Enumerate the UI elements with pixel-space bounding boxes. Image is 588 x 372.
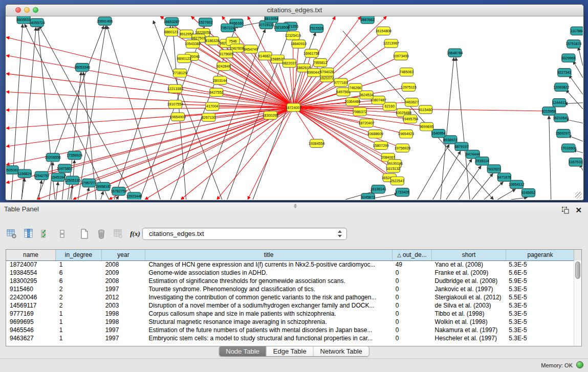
table-select-dropdown[interactable]: citations_edges.txt bbox=[142, 228, 347, 240]
graph-node[interactable]: 3175685 bbox=[219, 50, 233, 58]
column-header-short[interactable]: short bbox=[432, 250, 506, 260]
show-column-icon[interactable] bbox=[22, 227, 35, 240]
graph-node[interactable]: 2522547 bbox=[390, 177, 404, 185]
table-row[interactable]: 977716911998Corpus callosum shape and si… bbox=[6, 310, 574, 318]
graph-node[interactable]: 8860123 bbox=[164, 28, 178, 36]
graph-node[interactable]: 15807299 bbox=[373, 141, 389, 149]
graph-node[interactable]: 8938923 bbox=[443, 136, 457, 144]
new-column-icon[interactable] bbox=[78, 227, 91, 240]
graph-node[interactable]: 7515526 bbox=[310, 24, 323, 32]
graph-node[interactable]: 9245872 bbox=[361, 193, 375, 200]
tab-network-table[interactable]: Network Table bbox=[314, 346, 369, 356]
scrollbar-thumb[interactable] bbox=[575, 261, 580, 279]
graph-node[interactable]: 8427552 bbox=[209, 88, 223, 96]
graph-node[interactable]: 8454749 bbox=[244, 45, 257, 53]
vertical-scrollbar[interactable] bbox=[574, 260, 581, 346]
graph-node[interactable]: 1615132 bbox=[386, 164, 400, 172]
network-canvas[interactable]: 2405572420691406166532871527602946616010… bbox=[6, 16, 583, 200]
column-header-name[interactable]: name bbox=[6, 250, 56, 260]
graph-node[interactable]: 8215958 bbox=[542, 107, 556, 115]
graph-node[interactable]: 9699695 bbox=[420, 122, 433, 130]
graph-node[interactable]: 17359924 bbox=[67, 151, 82, 159]
graph-node[interactable]: 7485063 bbox=[400, 68, 413, 76]
table-row[interactable]: 1456911722003Disruption of a novel membe… bbox=[6, 301, 574, 310]
graph-node[interactable]: 12975115 bbox=[401, 83, 417, 91]
graph-node[interactable]: 9777169 bbox=[334, 78, 347, 86]
graph-node[interactable]: 9242848 bbox=[216, 62, 230, 71]
table-row[interactable]: 946554611997Estimation of the future num… bbox=[6, 326, 574, 334]
table-row[interactable]: 1872400712008Changes of HCN gene express… bbox=[6, 260, 574, 269]
table-row[interactable]: 1830029562008Estimation of significance … bbox=[6, 277, 574, 285]
graph-node[interactable]: 2718129 bbox=[173, 69, 187, 77]
column-header-pagerank[interactable]: pagerank bbox=[506, 250, 575, 260]
graph-node[interactable]: 2803144 bbox=[213, 76, 227, 84]
column-header-out-de-[interactable]: △out_de... bbox=[393, 250, 432, 260]
graph-node[interactable]: 16653287 bbox=[164, 17, 180, 26]
graph-node[interactable]: 1117884 bbox=[571, 27, 583, 35]
graph-node[interactable]: 1527602 bbox=[199, 18, 212, 26]
graph-node[interactable]: 8505061 bbox=[6, 166, 19, 174]
graph-node[interactable]: 20691406 bbox=[97, 17, 113, 25]
tab-node-table[interactable]: Node Table bbox=[219, 346, 267, 356]
graph-node[interactable]: 19495754 bbox=[402, 115, 418, 123]
graph-node[interactable]: 17957272 bbox=[81, 179, 97, 187]
graph-node[interactable]: 1156829 bbox=[18, 169, 32, 178]
graph-node[interactable]: 10973493 bbox=[393, 52, 409, 60]
graph-node[interactable]: 6794028 bbox=[320, 68, 334, 76]
graph-node[interactable]: 19756928 bbox=[395, 144, 410, 152]
column-header-year[interactable]: year bbox=[102, 250, 145, 260]
import-table-icon[interactable] bbox=[112, 227, 125, 240]
table-mode-icon[interactable] bbox=[5, 227, 18, 240]
column-header-title[interactable]: title bbox=[145, 250, 393, 260]
graph-node[interactable]: 746266 bbox=[349, 83, 362, 92]
select-all-icon[interactable] bbox=[39, 227, 52, 240]
graph-node[interactable]: 12505135 bbox=[64, 176, 80, 184]
graph-node[interactable]: 9463627 bbox=[405, 98, 419, 106]
graph-node[interactable]: 8813054 bbox=[265, 16, 278, 23]
graph-node[interactable]: 7632621 bbox=[487, 165, 501, 173]
graph-node[interactable]: 19218506 bbox=[274, 23, 290, 31]
graph-node[interactable]: 8605531 bbox=[16, 16, 30, 24]
graph-node[interactable]: 20206556 bbox=[45, 153, 61, 161]
graph-node[interactable]: 1640954 bbox=[431, 129, 445, 138]
graph-node[interactable]: 9329968 bbox=[561, 54, 575, 62]
unselect-all-icon[interactable] bbox=[56, 227, 69, 240]
graph-node[interactable]: 12942757 bbox=[34, 171, 50, 180]
graph-node[interactable]: 9822037 bbox=[282, 59, 296, 67]
table-row[interactable]: 946362711997Embryonic stem cells: a mode… bbox=[6, 334, 574, 342]
graph-node[interactable]: 16210643 bbox=[553, 114, 569, 122]
table-row[interactable]: 1938455462009Genome-wide association stu… bbox=[6, 269, 574, 277]
graph-node[interactable]: 1545194 bbox=[51, 173, 65, 181]
graph-node[interactable]: 10688609 bbox=[367, 130, 383, 138]
window-resize-grip[interactable] bbox=[575, 192, 582, 199]
close-panel-icon[interactable]: ✕ bbox=[575, 204, 582, 216]
function-builder-icon[interactable]: f(x) bbox=[128, 227, 142, 240]
graph-node[interactable]: 1244413 bbox=[552, 99, 566, 107]
graph-node[interactable]: 12213967 bbox=[383, 39, 399, 48]
graph-node[interactable]: 18640910 bbox=[291, 40, 307, 48]
graph-node[interactable]: 15692971 bbox=[555, 129, 571, 138]
graph-node[interactable]: 3624534 bbox=[359, 91, 373, 99]
graph-node[interactable]: 417004 bbox=[206, 102, 219, 111]
graph-node[interactable]: 26053346 bbox=[74, 63, 90, 72]
splitter-grip-icon[interactable] bbox=[293, 204, 297, 208]
graph-node[interactable]: 8471876 bbox=[497, 173, 511, 181]
graph-node[interactable]: 1733426 bbox=[396, 188, 409, 196]
graph-node[interactable]: 19654923 bbox=[398, 130, 414, 138]
graph-node[interactable]: 2935114 bbox=[475, 157, 489, 165]
graph-node[interactable]: 9115460 bbox=[419, 105, 432, 114]
graph-node[interactable]: 12325419 bbox=[285, 31, 301, 39]
graph-node[interactable]: 10543382 bbox=[185, 40, 201, 48]
float-panel-icon[interactable] bbox=[561, 205, 570, 213]
graph-node[interactable]: 8267130 bbox=[202, 113, 215, 121]
graph-node[interactable]: 12213383 bbox=[167, 84, 183, 93]
graph-node[interactable]: 8990443 bbox=[307, 69, 321, 77]
table-row[interactable]: 2242004622012Investigating the contribut… bbox=[6, 293, 574, 301]
graph-node[interactable]: 7955812 bbox=[313, 58, 327, 67]
graph-node[interactable]: 19958187 bbox=[95, 182, 111, 190]
graph-node[interactable]: 18720407 bbox=[359, 119, 375, 127]
graph-node[interactable]: 18724007 bbox=[286, 103, 301, 112]
graph-node[interactable]: 9890123 bbox=[177, 54, 191, 62]
graph-node[interactable]: 10654112 bbox=[509, 180, 525, 188]
citation-network-graph[interactable]: 2405572420691406166532871527602946616010… bbox=[6, 16, 583, 200]
